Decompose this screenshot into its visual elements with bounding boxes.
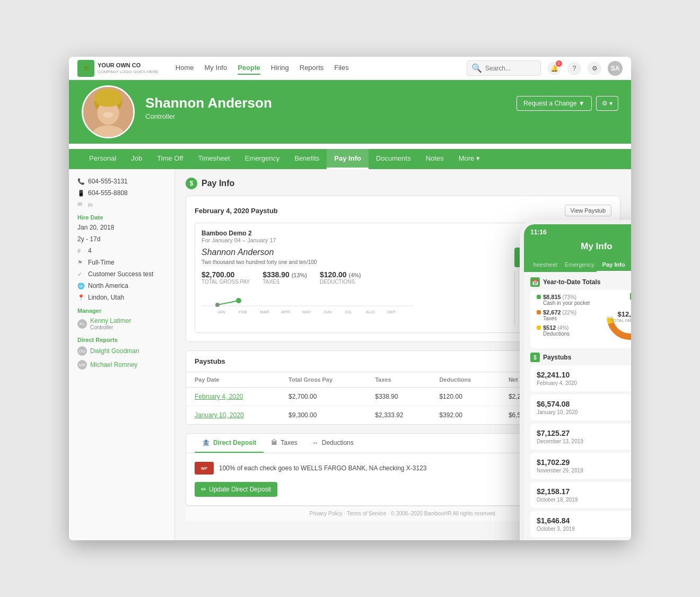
tab-timesheet[interactable]: Timesheet — [190, 149, 237, 169]
phone-tabs: heesheet Emergency Pay Info Documents — [524, 258, 631, 272]
gear-settings-button[interactable]: ⚙ ▾ — [596, 96, 618, 111]
sidebar-id: # 4 — [77, 247, 166, 254]
tab-job[interactable]: Job — [124, 149, 150, 169]
nav-people[interactable]: People — [238, 62, 260, 75]
phone-paystub-item[interactable]: $1,646.84 October 3, 2019 › — [530, 511, 631, 537]
svg-text:APR: APR — [281, 310, 290, 314]
svg-point-5 — [103, 112, 113, 118]
tab-documents[interactable]: Documents — [369, 149, 418, 169]
legend-cash: $8,815 (73%) Cash in your pocket — [537, 294, 598, 306]
phone-paystub-item[interactable]: $6,574.08 January 10, 2020 › — [530, 394, 631, 420]
email-icon: ✉ — [77, 201, 85, 208]
phone-status-bar: 11:16 ▮▮▮ wifi 🔋 — [524, 224, 631, 238]
legend-taxes-info: $2,672 (22%) Taxes — [543, 309, 576, 321]
tab-personal[interactable]: Personal — [82, 149, 124, 169]
help-icon[interactable]: ? — [567, 62, 581, 75]
sidebar-phone: 📞 604-555-3131 — [77, 178, 166, 185]
col-pay-date: Pay Date — [186, 372, 280, 388]
logo-area: 🌿 YOUR OWN CO COMPANY LOGO GOES HERE — [77, 60, 159, 77]
settings-icon[interactable]: ⚙ — [588, 62, 601, 75]
legend-taxes-dot — [537, 310, 541, 314]
col-taxes: Taxes — [366, 372, 431, 388]
view-paystub-button[interactable]: View Paystub — [565, 205, 611, 216]
phone-paystub-item[interactable]: $2,241.10 February 4, 2020 › — [530, 365, 631, 391]
tab-deductions[interactable]: ↔ Deductions — [305, 434, 361, 453]
request-change-button[interactable]: Request a Change ▼ — [517, 96, 591, 111]
direct-report-avatar-0: DG — [77, 346, 87, 356]
phone-tab-emergency[interactable]: Emergency — [563, 258, 597, 272]
nav-hiring[interactable]: Hiring — [271, 62, 289, 75]
region-icon: 🌐 — [77, 283, 85, 289]
paystub-taxes-cell: $338.90 — [366, 388, 431, 406]
donut-legend: $8,815 (73%) Cash in your pocket $2,672 … — [537, 294, 598, 340]
search-box[interactable]: 🔍 — [467, 60, 541, 76]
deductions-icon: ↔ — [312, 439, 319, 446]
tab-emergency[interactable]: Emergency — [238, 149, 287, 169]
tab-taxes[interactable]: 🏛 Taxes — [264, 434, 304, 453]
phone-ytd-icon: 📅 — [530, 277, 540, 287]
phone-paystub-amount: $6,574.08 — [537, 400, 578, 408]
nav-home[interactable]: Home — [176, 62, 194, 75]
deductions-item: $120.00 (4%) DEDUCTIONS — [320, 270, 361, 285]
pay-info-icon: $ — [186, 178, 197, 189]
phone-paystub-date: January 10, 2020 — [537, 409, 578, 415]
sparkline: JAN FEB MAR APR MAY JUN JUL AUG SEP — [202, 290, 506, 317]
manager-title: Controller — [90, 324, 131, 330]
paystub-deductions-cell: $120.00 — [431, 388, 500, 406]
tab-payinfo[interactable]: Pay Info — [327, 149, 369, 169]
legend-cash-info: $8,815 (73%) Cash in your pocket — [543, 294, 590, 306]
phone-paystub-amount: $1,646.84 — [537, 516, 575, 525]
user-avatar-nav[interactable]: SA — [608, 61, 623, 76]
phone-paystubs-icon: $ — [530, 353, 540, 362]
deposit-text: 100% of each check goes to WELLS FARGO B… — [219, 464, 427, 472]
legend-taxes: $2,672 (22%) Taxes — [537, 309, 598, 321]
nav-reports[interactable]: Reports — [300, 62, 324, 75]
phone-tab-timesheet[interactable]: heesheet — [528, 258, 563, 272]
paystub-date-cell[interactable]: February 4, 2020 — [186, 388, 280, 406]
search-input[interactable] — [485, 65, 536, 72]
nav-files[interactable]: Files — [334, 62, 348, 75]
nav-myinfo[interactable]: My Info — [205, 62, 228, 75]
phone-paystub-info: $2,241.10 February 4, 2020 — [537, 371, 577, 386]
svg-point-3 — [94, 89, 122, 107]
dept-icon: ✓ — [77, 271, 85, 278]
tab-direct-deposit[interactable]: 🏦 Direct Deposit — [195, 434, 264, 453]
tab-more[interactable]: More ▾ — [451, 149, 487, 169]
update-deposit-button[interactable]: ✏ Update Direct Deposit — [195, 482, 277, 497]
tab-timeoff[interactable]: Time Off — [150, 149, 190, 169]
direct-report-name-0[interactable]: Dwight Goodman — [90, 347, 139, 355]
sidebar-region: 🌐 North America — [77, 282, 166, 289]
gross-pay-label: TOTAL GROSS PAY — [202, 279, 250, 285]
phone-time: 11:16 — [530, 229, 547, 236]
notification-bell[interactable]: 🔔 0 — [547, 62, 561, 75]
deductions-value: $120.00 (4%) — [320, 270, 361, 279]
sidebar-manager: KL Kenny Latimer Controller — [77, 317, 166, 330]
phone-paystub-item[interactable]: $2,158.17 October 18, 2019 › — [530, 482, 631, 508]
phone-paystubs-title: $ Paystubs — [530, 353, 631, 362]
paystub-section-title: February 4, 2020 Paystub — [195, 207, 278, 215]
bank-logo: WF — [195, 462, 214, 475]
paystub-amounts-row: $2,700.00 TOTAL GROSS PAY $338.90 (13%) … — [202, 270, 506, 285]
paystub-date-cell[interactable]: January 10, 2020 — [186, 406, 280, 425]
svg-text:JAN: JAN — [217, 310, 225, 314]
phone-paystub-date: February 4, 2020 — [537, 380, 577, 386]
phone-paystub-date: November 29, 2019 — [537, 468, 583, 473]
direct-deposit-icon: 🏦 — [202, 439, 210, 446]
direct-report-avatar-1: MR — [77, 360, 87, 370]
direct-report-name-1[interactable]: Michael Romney — [90, 361, 137, 368]
tab-benefits[interactable]: Benefits — [287, 149, 327, 169]
section-title-text: Pay Info — [202, 179, 234, 188]
svg-point-16 — [215, 303, 220, 307]
phone-tab-documents[interactable]: Documents — [631, 258, 632, 272]
sidebar: 📞 604-555-3131 📱 604-555-8808 ✉ in Hire … — [69, 169, 175, 540]
taxes-icon: 🏛 — [271, 439, 277, 446]
phone-tab-payinfo[interactable]: Pay Info — [597, 258, 631, 272]
paystub-company-info: Bamboo Demo 2 For January 04 – January 1… — [202, 230, 276, 243]
manager-name[interactable]: Kenny Latimer — [90, 317, 131, 324]
tab-notes[interactable]: Notes — [418, 149, 451, 169]
phone-paystub-item[interactable]: $1,702.29 November 29, 2019 › — [530, 453, 631, 479]
profile-name: Shannon Anderson — [145, 95, 506, 111]
phone-paystub-item[interactable]: $7,125.27 December 13, 2019 › — [530, 424, 631, 450]
nav-links: Home My Info People Hiring Reports Files — [176, 62, 454, 75]
phone-paystub-date: October 18, 2019 — [537, 497, 578, 503]
